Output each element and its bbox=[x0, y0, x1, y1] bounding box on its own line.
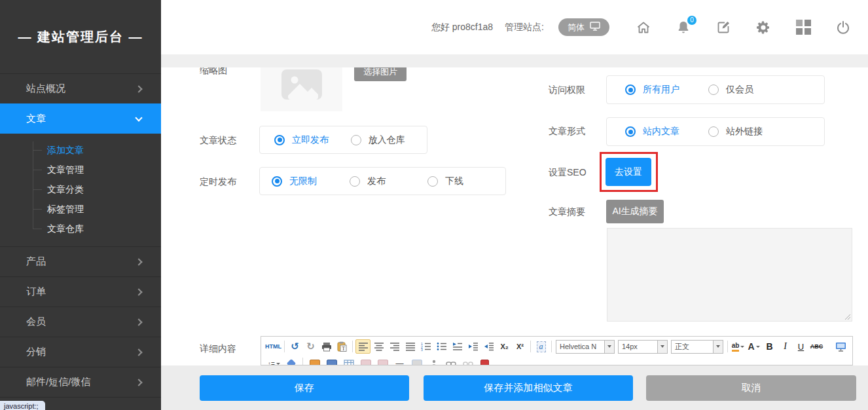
font-color-glyph: A bbox=[748, 341, 754, 352]
radio-label: 放入仓库 bbox=[369, 134, 405, 146]
radio-publish-time[interactable]: 发布 bbox=[350, 176, 427, 187]
align-left-icon[interactable] bbox=[355, 339, 371, 354]
fullscreen-monitor-icon[interactable] bbox=[833, 339, 848, 354]
save-and-add-similar-button[interactable]: 保存并添加相似文章 bbox=[424, 375, 633, 401]
radio-icon bbox=[274, 135, 285, 145]
paragraph-format-value: 正文 bbox=[672, 341, 713, 353]
first-line-indent-icon[interactable] bbox=[450, 339, 465, 354]
indent-increase-icon[interactable] bbox=[465, 339, 480, 354]
paragraph-format-select[interactable]: 正文 bbox=[671, 340, 723, 354]
power-icon[interactable] bbox=[835, 20, 851, 35]
dropdown-caret-icon bbox=[756, 346, 760, 348]
sidebar-item-label: 订单 bbox=[26, 286, 46, 298]
bold-button[interactable]: B bbox=[762, 339, 777, 354]
bell-icon[interactable]: 0 bbox=[676, 20, 691, 35]
chevron-right-icon bbox=[135, 318, 142, 326]
submenu-item-tag-manage[interactable]: 标签管理 bbox=[0, 199, 161, 219]
font-size-select[interactable]: 14px bbox=[618, 340, 668, 354]
italic-button[interactable]: I bbox=[778, 339, 793, 354]
insert-table-icon[interactable] bbox=[341, 356, 356, 365]
font-family-select[interactable]: Helvetica N bbox=[556, 340, 615, 354]
gear-icon[interactable] bbox=[755, 20, 771, 35]
radio-publish-now[interactable]: 立即发布 bbox=[274, 134, 351, 146]
split-cell-icon[interactable] bbox=[375, 356, 390, 365]
submenu-item-article-warehouse[interactable]: 文章仓库 bbox=[0, 219, 161, 238]
scheduled-label: 定时发布 bbox=[200, 176, 236, 188]
underline-button[interactable]: U bbox=[793, 339, 808, 354]
insert-video-icon[interactable] bbox=[324, 356, 339, 365]
strikethrough-button[interactable]: ABC bbox=[809, 339, 824, 354]
align-center-icon[interactable] bbox=[371, 339, 386, 354]
remove-link-icon[interactable] bbox=[460, 356, 475, 365]
sidebar-item-articles[interactable]: 文章 bbox=[0, 103, 161, 134]
line-height-button[interactable]: ↕= bbox=[266, 356, 281, 365]
sidebar-item-label: 会员 bbox=[26, 316, 46, 328]
submenu-item-add-article[interactable]: 添加文章 bbox=[0, 140, 161, 160]
sidebar-item-products[interactable]: 产品 bbox=[0, 246, 161, 276]
sidebar-item-members[interactable]: 会员 bbox=[0, 307, 161, 337]
radio-label: 仅会员 bbox=[726, 84, 753, 96]
highlight-glyph: ab bbox=[732, 342, 740, 352]
paste-icon[interactable]: T bbox=[335, 339, 350, 354]
sidebar-item-mail-sms-wechat[interactable]: 邮件/短信/微信 bbox=[0, 367, 161, 397]
scheduled-radio-group: 无限制 发布 下线 bbox=[259, 167, 506, 195]
summary-label: 文章摘要 bbox=[549, 206, 585, 218]
submenu-item-article-manage[interactable]: 文章管理 bbox=[0, 160, 161, 179]
sidebar-item-orders[interactable]: 订单 bbox=[0, 276, 161, 307]
highlight-color-button[interactable]: ab bbox=[731, 339, 746, 354]
ai-generate-summary-button[interactable]: AI生成摘要 bbox=[606, 200, 664, 223]
radio-label: 站外链接 bbox=[726, 126, 763, 138]
radio-external-link[interactable]: 站外链接 bbox=[708, 126, 791, 138]
eraser-icon[interactable] bbox=[283, 356, 298, 365]
language-switch-button[interactable]: 简体 bbox=[558, 18, 609, 36]
font-family-value: Helvetica N bbox=[556, 341, 604, 353]
unordered-list-icon[interactable] bbox=[434, 339, 449, 354]
radio-no-limit[interactable]: 无限制 bbox=[272, 176, 350, 187]
dropdown-arrow-icon bbox=[657, 341, 667, 353]
horizontal-rule-button[interactable]: — bbox=[392, 356, 407, 365]
html-source-button[interactable]: HTML bbox=[265, 339, 281, 354]
image-gallery-icon[interactable] bbox=[409, 356, 424, 365]
indent-decrease-icon[interactable] bbox=[481, 339, 496, 354]
superscript-button[interactable]: X² bbox=[513, 339, 528, 354]
page-break-icon[interactable] bbox=[358, 356, 373, 365]
align-right-icon[interactable] bbox=[387, 339, 402, 354]
summary-textarea[interactable] bbox=[607, 228, 852, 322]
app-title: — 建站管理后台 — bbox=[0, 0, 161, 73]
radio-members-only[interactable]: 仅会员 bbox=[708, 84, 791, 96]
radio-label: 无限制 bbox=[289, 176, 317, 187]
radio-onsite-article[interactable]: 站内文章 bbox=[625, 126, 708, 138]
edit-icon[interactable] bbox=[715, 20, 731, 35]
subscript-button[interactable]: X₂ bbox=[497, 339, 512, 354]
sidebar-item-label: 邮件/短信/微信 bbox=[26, 376, 90, 388]
submenu-item-article-category[interactable]: 文章分类 bbox=[0, 179, 161, 199]
ordered-list-icon[interactable]: 123 bbox=[418, 339, 433, 354]
seo-label: 设置SEO bbox=[549, 167, 587, 179]
radio-to-warehouse[interactable]: 放入仓库 bbox=[351, 134, 427, 146]
insert-image-icon[interactable] bbox=[307, 356, 322, 365]
anchor-button[interactable]: a bbox=[533, 339, 549, 354]
apps-grid-icon[interactable] bbox=[795, 20, 811, 35]
undo-icon[interactable]: ↺ bbox=[287, 339, 302, 354]
insert-link-icon[interactable] bbox=[443, 356, 458, 365]
radio-label: 立即发布 bbox=[292, 134, 329, 146]
radio-icon bbox=[708, 126, 719, 137]
radio-offline-time[interactable]: 下线 bbox=[427, 176, 505, 187]
radio-all-users[interactable]: 所有用户 bbox=[625, 84, 708, 96]
notification-badge: 0 bbox=[687, 16, 696, 25]
anchor-person-icon[interactable] bbox=[426, 356, 441, 365]
seo-setup-button[interactable]: 去设置 bbox=[606, 158, 651, 186]
align-justify-icon[interactable] bbox=[403, 339, 418, 354]
print-icon[interactable] bbox=[319, 339, 334, 354]
chevron-right-icon bbox=[135, 288, 142, 295]
cancel-button[interactable]: 取消 bbox=[646, 375, 856, 401]
redo-icon[interactable]: ↻ bbox=[303, 339, 318, 354]
font-color-button[interactable]: A bbox=[746, 339, 761, 354]
resize-handle-icon[interactable] bbox=[844, 314, 851, 320]
insert-pdf-icon[interactable] bbox=[477, 356, 492, 365]
home-icon[interactable] bbox=[636, 20, 651, 35]
sidebar-item-site-overview[interactable]: 站点概况 bbox=[0, 73, 161, 103]
save-button[interactable]: 保存 bbox=[200, 375, 409, 401]
radio-icon bbox=[708, 84, 719, 95]
sidebar-item-distribution[interactable]: 分销 bbox=[0, 337, 161, 367]
